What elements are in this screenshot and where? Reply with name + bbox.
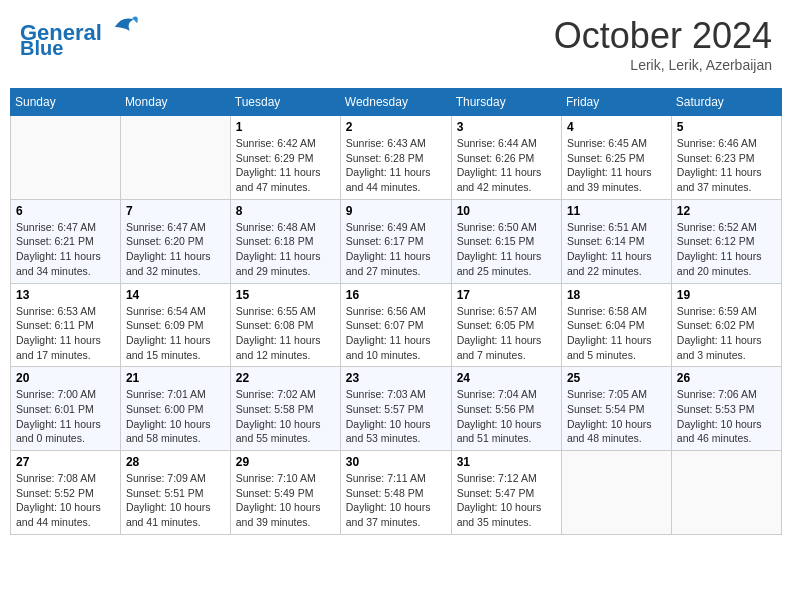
calendar-cell: 19Sunrise: 6:59 AM Sunset: 6:02 PM Dayli… xyxy=(671,283,781,367)
day-info: Sunrise: 6:49 AM Sunset: 6:17 PM Dayligh… xyxy=(346,220,446,279)
day-number: 1 xyxy=(236,120,335,134)
calendar-cell xyxy=(120,116,230,200)
weekday-header-wednesday: Wednesday xyxy=(340,89,451,116)
logo-bird-icon xyxy=(111,10,141,40)
calendar-cell: 31Sunrise: 7:12 AM Sunset: 5:47 PM Dayli… xyxy=(451,451,561,535)
day-info: Sunrise: 7:08 AM Sunset: 5:52 PM Dayligh… xyxy=(16,471,115,530)
day-info: Sunrise: 6:47 AM Sunset: 6:21 PM Dayligh… xyxy=(16,220,115,279)
day-info: Sunrise: 6:54 AM Sunset: 6:09 PM Dayligh… xyxy=(126,304,225,363)
calendar-cell: 17Sunrise: 6:57 AM Sunset: 6:05 PM Dayli… xyxy=(451,283,561,367)
day-number: 15 xyxy=(236,288,335,302)
month-title: October 2024 xyxy=(554,15,772,57)
calendar-cell: 16Sunrise: 6:56 AM Sunset: 6:07 PM Dayli… xyxy=(340,283,451,367)
day-number: 16 xyxy=(346,288,446,302)
day-number: 30 xyxy=(346,455,446,469)
weekday-header-friday: Friday xyxy=(561,89,671,116)
day-number: 28 xyxy=(126,455,225,469)
logo: General Blue xyxy=(20,15,141,59)
calendar-week-row: 27Sunrise: 7:08 AM Sunset: 5:52 PM Dayli… xyxy=(11,451,782,535)
day-number: 24 xyxy=(457,371,556,385)
day-info: Sunrise: 7:10 AM Sunset: 5:49 PM Dayligh… xyxy=(236,471,335,530)
day-info: Sunrise: 6:58 AM Sunset: 6:04 PM Dayligh… xyxy=(567,304,666,363)
calendar-cell: 5Sunrise: 6:46 AM Sunset: 6:23 PM Daylig… xyxy=(671,116,781,200)
weekday-header-monday: Monday xyxy=(120,89,230,116)
day-number: 22 xyxy=(236,371,335,385)
day-number: 21 xyxy=(126,371,225,385)
day-number: 11 xyxy=(567,204,666,218)
calendar-cell: 18Sunrise: 6:58 AM Sunset: 6:04 PM Dayli… xyxy=(561,283,671,367)
day-number: 27 xyxy=(16,455,115,469)
day-number: 4 xyxy=(567,120,666,134)
calendar-cell: 22Sunrise: 7:02 AM Sunset: 5:58 PM Dayli… xyxy=(230,367,340,451)
day-info: Sunrise: 6:45 AM Sunset: 6:25 PM Dayligh… xyxy=(567,136,666,195)
day-number: 25 xyxy=(567,371,666,385)
day-info: Sunrise: 7:09 AM Sunset: 5:51 PM Dayligh… xyxy=(126,471,225,530)
day-number: 29 xyxy=(236,455,335,469)
day-number: 18 xyxy=(567,288,666,302)
calendar-cell: 2Sunrise: 6:43 AM Sunset: 6:28 PM Daylig… xyxy=(340,116,451,200)
title-block: October 2024 Lerik, Lerik, Azerbaijan xyxy=(554,15,772,73)
calendar-cell: 13Sunrise: 6:53 AM Sunset: 6:11 PM Dayli… xyxy=(11,283,121,367)
calendar-cell: 4Sunrise: 6:45 AM Sunset: 6:25 PM Daylig… xyxy=(561,116,671,200)
weekday-header-tuesday: Tuesday xyxy=(230,89,340,116)
day-info: Sunrise: 6:42 AM Sunset: 6:29 PM Dayligh… xyxy=(236,136,335,195)
calendar-cell: 11Sunrise: 6:51 AM Sunset: 6:14 PM Dayli… xyxy=(561,199,671,283)
calendar-cell: 30Sunrise: 7:11 AM Sunset: 5:48 PM Dayli… xyxy=(340,451,451,535)
day-number: 7 xyxy=(126,204,225,218)
calendar-cell: 7Sunrise: 6:47 AM Sunset: 6:20 PM Daylig… xyxy=(120,199,230,283)
calendar-week-row: 20Sunrise: 7:00 AM Sunset: 6:01 PM Dayli… xyxy=(11,367,782,451)
day-info: Sunrise: 6:51 AM Sunset: 6:14 PM Dayligh… xyxy=(567,220,666,279)
day-number: 10 xyxy=(457,204,556,218)
calendar-cell: 27Sunrise: 7:08 AM Sunset: 5:52 PM Dayli… xyxy=(11,451,121,535)
calendar-cell: 8Sunrise: 6:48 AM Sunset: 6:18 PM Daylig… xyxy=(230,199,340,283)
day-info: Sunrise: 7:02 AM Sunset: 5:58 PM Dayligh… xyxy=(236,387,335,446)
day-info: Sunrise: 6:50 AM Sunset: 6:15 PM Dayligh… xyxy=(457,220,556,279)
calendar-cell: 3Sunrise: 6:44 AM Sunset: 6:26 PM Daylig… xyxy=(451,116,561,200)
weekday-header-saturday: Saturday xyxy=(671,89,781,116)
weekday-header-thursday: Thursday xyxy=(451,89,561,116)
day-info: Sunrise: 7:06 AM Sunset: 5:53 PM Dayligh… xyxy=(677,387,776,446)
calendar-cell: 9Sunrise: 6:49 AM Sunset: 6:17 PM Daylig… xyxy=(340,199,451,283)
day-number: 23 xyxy=(346,371,446,385)
calendar-cell: 26Sunrise: 7:06 AM Sunset: 5:53 PM Dayli… xyxy=(671,367,781,451)
calendar-cell xyxy=(561,451,671,535)
day-number: 2 xyxy=(346,120,446,134)
calendar-cell: 21Sunrise: 7:01 AM Sunset: 6:00 PM Dayli… xyxy=(120,367,230,451)
calendar-week-row: 13Sunrise: 6:53 AM Sunset: 6:11 PM Dayli… xyxy=(11,283,782,367)
day-number: 6 xyxy=(16,204,115,218)
day-info: Sunrise: 6:44 AM Sunset: 6:26 PM Dayligh… xyxy=(457,136,556,195)
calendar-cell: 14Sunrise: 6:54 AM Sunset: 6:09 PM Dayli… xyxy=(120,283,230,367)
day-info: Sunrise: 7:03 AM Sunset: 5:57 PM Dayligh… xyxy=(346,387,446,446)
logo-blue: Blue xyxy=(20,37,63,59)
day-info: Sunrise: 6:46 AM Sunset: 6:23 PM Dayligh… xyxy=(677,136,776,195)
day-number: 31 xyxy=(457,455,556,469)
calendar-cell: 15Sunrise: 6:55 AM Sunset: 6:08 PM Dayli… xyxy=(230,283,340,367)
day-number: 8 xyxy=(236,204,335,218)
calendar-cell: 1Sunrise: 6:42 AM Sunset: 6:29 PM Daylig… xyxy=(230,116,340,200)
day-info: Sunrise: 6:56 AM Sunset: 6:07 PM Dayligh… xyxy=(346,304,446,363)
day-info: Sunrise: 6:59 AM Sunset: 6:02 PM Dayligh… xyxy=(677,304,776,363)
calendar-cell: 25Sunrise: 7:05 AM Sunset: 5:54 PM Dayli… xyxy=(561,367,671,451)
calendar-cell: 28Sunrise: 7:09 AM Sunset: 5:51 PM Dayli… xyxy=(120,451,230,535)
day-number: 14 xyxy=(126,288,225,302)
day-info: Sunrise: 6:53 AM Sunset: 6:11 PM Dayligh… xyxy=(16,304,115,363)
day-number: 26 xyxy=(677,371,776,385)
calendar-cell xyxy=(671,451,781,535)
day-info: Sunrise: 6:48 AM Sunset: 6:18 PM Dayligh… xyxy=(236,220,335,279)
day-info: Sunrise: 7:05 AM Sunset: 5:54 PM Dayligh… xyxy=(567,387,666,446)
calendar-cell: 24Sunrise: 7:04 AM Sunset: 5:56 PM Dayli… xyxy=(451,367,561,451)
calendar-header-row: SundayMondayTuesdayWednesdayThursdayFrid… xyxy=(11,89,782,116)
day-info: Sunrise: 7:12 AM Sunset: 5:47 PM Dayligh… xyxy=(457,471,556,530)
calendar-cell: 12Sunrise: 6:52 AM Sunset: 6:12 PM Dayli… xyxy=(671,199,781,283)
calendar-cell: 23Sunrise: 7:03 AM Sunset: 5:57 PM Dayli… xyxy=(340,367,451,451)
day-number: 17 xyxy=(457,288,556,302)
day-number: 3 xyxy=(457,120,556,134)
day-info: Sunrise: 6:55 AM Sunset: 6:08 PM Dayligh… xyxy=(236,304,335,363)
calendar-cell: 6Sunrise: 6:47 AM Sunset: 6:21 PM Daylig… xyxy=(11,199,121,283)
calendar-week-row: 6Sunrise: 6:47 AM Sunset: 6:21 PM Daylig… xyxy=(11,199,782,283)
calendar-table: SundayMondayTuesdayWednesdayThursdayFrid… xyxy=(10,88,782,535)
day-number: 5 xyxy=(677,120,776,134)
calendar-cell xyxy=(11,116,121,200)
day-number: 19 xyxy=(677,288,776,302)
day-info: Sunrise: 7:11 AM Sunset: 5:48 PM Dayligh… xyxy=(346,471,446,530)
